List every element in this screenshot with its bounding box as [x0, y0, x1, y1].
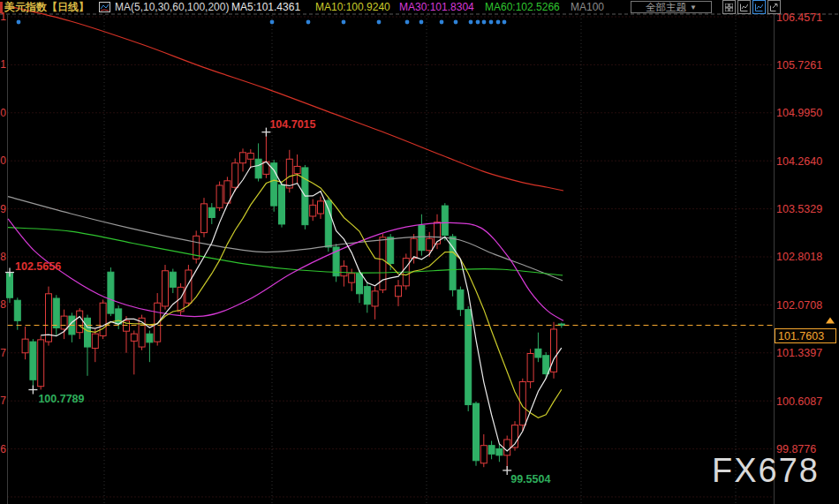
candle	[53, 295, 59, 335]
candle	[372, 287, 378, 320]
event-dot[interactable]	[440, 20, 444, 25]
event-dot[interactable]	[405, 20, 410, 25]
ma30-line	[8, 219, 563, 320]
candle	[108, 267, 114, 316]
candle	[465, 306, 472, 411]
price-chart-canvas[interactable]: 1100988776101.7603106.4571105.7261104.99…	[0, 0, 839, 504]
candle	[69, 312, 75, 342]
candle	[419, 214, 425, 256]
event-dot[interactable]	[469, 20, 473, 25]
candle	[543, 352, 549, 379]
event-dot[interactable]	[377, 20, 382, 25]
price-axis-label: 104.9950	[776, 107, 822, 119]
current-price-label: 101.7603	[778, 330, 824, 342]
candle	[147, 330, 153, 362]
candle	[77, 308, 83, 339]
extreme-price-annotation: 104.7015	[269, 118, 315, 131]
candle	[247, 149, 253, 169]
candle	[519, 379, 525, 432]
ma-parameters-label: MA(5,10,30,60,100,200)	[115, 1, 229, 13]
window-layout-icons	[722, 0, 781, 14]
candle	[46, 287, 52, 346]
ma100-label: MA100	[571, 1, 604, 13]
price-axis-label: 102.8018	[776, 251, 822, 263]
event-markers-layer	[17, 20, 507, 25]
candle	[396, 280, 402, 306]
candle	[535, 333, 541, 362]
event-dot[interactable]	[454, 20, 458, 25]
candle	[22, 327, 28, 359]
candle	[263, 132, 269, 178]
candle	[170, 269, 176, 294]
event-dot[interactable]	[342, 20, 346, 25]
candle	[551, 322, 557, 379]
event-dot[interactable]	[17, 20, 21, 25]
candle	[61, 310, 67, 339]
svg-text:1: 1	[0, 58, 6, 71]
event-dot[interactable]	[503, 20, 507, 25]
candle	[255, 143, 261, 181]
left-axis-clipped-labels: 1100988776	[0, 11, 6, 455]
ma5-value-label: MA5:101.4361	[231, 1, 300, 13]
price-up-arrow-icon	[826, 317, 835, 323]
candle	[435, 214, 441, 249]
candle	[302, 165, 308, 229]
candle	[155, 293, 161, 346]
candle	[193, 230, 200, 263]
candle	[488, 440, 495, 459]
price-axis-label: 105.7261	[776, 59, 822, 71]
event-dot[interactable]	[496, 20, 501, 25]
event-dot[interactable]	[489, 20, 494, 25]
event-dot[interactable]	[482, 20, 487, 25]
candle	[318, 197, 324, 219]
candle	[38, 335, 44, 389]
svg-text:0: 0	[0, 107, 6, 119]
candle	[279, 182, 285, 228]
candle	[333, 244, 339, 282]
mini-chart-icon[interactable]	[99, 2, 110, 12]
candle	[325, 198, 331, 252]
extreme-price-annotation: 102.5656	[15, 260, 61, 273]
candle	[341, 260, 347, 287]
annotations-layer: 104.7015102.5656100.778999.5504	[5, 118, 550, 485]
candle	[185, 265, 192, 306]
chart-window-icon[interactable]	[737, 0, 751, 14]
svg-text:7: 7	[0, 395, 6, 407]
candle	[240, 148, 246, 171]
extreme-price-annotation: 99.5504	[510, 473, 550, 485]
ma200-line	[8, 6, 563, 191]
candle	[208, 203, 215, 224]
dollar-index-chart-window: 1100988776101.7603106.4571105.7261104.99…	[0, 0, 839, 504]
candle	[232, 159, 238, 192]
chart-window-active-icon[interactable]	[752, 0, 766, 14]
extreme-price-annotation: 100.7789	[38, 393, 84, 405]
candle	[124, 316, 130, 353]
event-dot[interactable]	[270, 20, 275, 25]
chevron-down-icon: ▼	[690, 4, 697, 11]
all-themes-label: 全部主题	[646, 1, 686, 14]
panel-grid-icon[interactable]	[722, 0, 736, 14]
candle	[100, 299, 106, 339]
svg-text:6: 6	[0, 443, 6, 455]
price-axis-label: 103.5329	[776, 203, 822, 215]
candle	[442, 203, 448, 240]
candle	[163, 265, 169, 310]
svg-text:0: 0	[0, 154, 6, 167]
ma10-value-label: MA10:100.9240	[315, 1, 390, 13]
event-dot[interactable]	[306, 20, 311, 25]
event-dot[interactable]	[476, 20, 480, 25]
svg-text:8: 8	[0, 298, 6, 311]
all-themes-dropdown-button[interactable]: 全部主题 ▼	[631, 1, 712, 13]
ma30-value-label: MA30:101.8304	[399, 1, 474, 13]
candle	[310, 199, 316, 222]
price-axis-label: 104.2640	[776, 155, 822, 168]
price-axis-label: 102.0708	[776, 299, 822, 312]
candle	[450, 234, 456, 297]
ma60-value-label: MA60:102.5266	[485, 1, 560, 13]
candle	[473, 402, 480, 466]
left-edge-marker	[0, 2, 3, 13]
event-dot[interactable]	[420, 20, 424, 25]
pop-out-window-icon[interactable]	[767, 0, 781, 14]
candle	[201, 198, 208, 237]
right-axis-labels: 106.4571105.7261104.9950104.2640103.5329…	[776, 11, 822, 456]
